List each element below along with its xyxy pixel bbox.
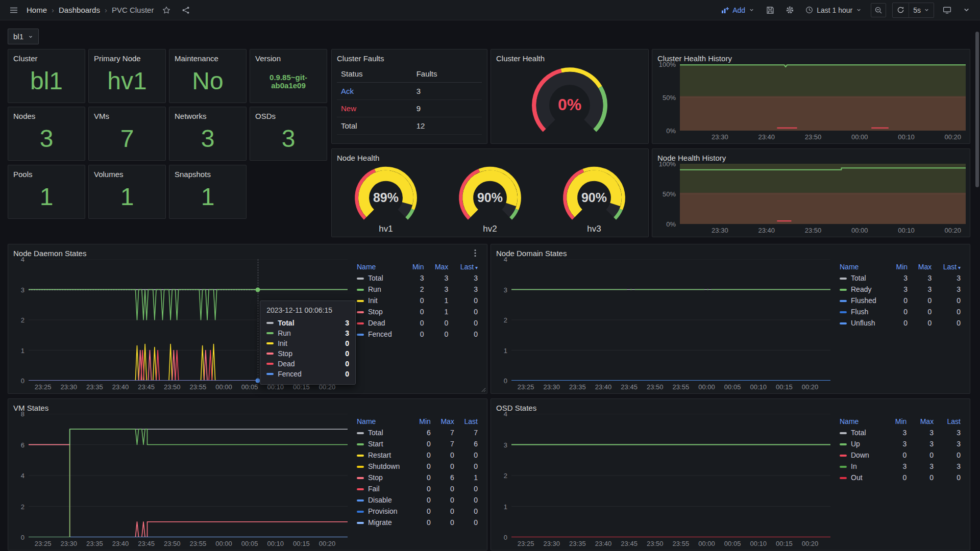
legend-series-flushed[interactable]: Flushed (837, 295, 889, 306)
legend-series-total[interactable]: Total (837, 427, 886, 438)
collapse-caret-icon[interactable] (960, 3, 973, 17)
series-swatch-icon (840, 311, 847, 313)
panel-title[interactable]: Nodes (13, 112, 35, 120)
panel-title[interactable]: Cluster Health (496, 54, 545, 63)
legend-series-migrate[interactable]: Migrate (354, 517, 412, 528)
menu-icon[interactable] (7, 3, 20, 17)
legend-header-min[interactable]: Min (405, 261, 427, 272)
panel-title[interactable]: Version (255, 54, 281, 63)
legend-series-out[interactable]: Out (837, 472, 886, 483)
legend-series-stop[interactable]: Stop (354, 306, 405, 317)
legend-series-ready[interactable]: Ready (837, 284, 889, 295)
settings-gear-icon[interactable] (783, 3, 796, 17)
osd-states-chart[interactable] (511, 414, 830, 537)
x-tick-label: 23:30 (60, 383, 77, 391)
save-dashboard-icon[interactable] (764, 3, 777, 17)
panel-title[interactable]: Maintenance (175, 54, 218, 63)
faults-header-faults[interactable]: Faults (412, 65, 482, 83)
legend-series-start[interactable]: Start (354, 438, 412, 449)
star-icon[interactable] (160, 3, 173, 17)
node-health-history-chart[interactable] (680, 164, 966, 224)
legend-header-min[interactable]: Min (886, 416, 910, 427)
legend-series-in[interactable]: In (837, 461, 886, 472)
legend-series-run[interactable]: Run (354, 284, 405, 295)
panel-title[interactable]: OSDs (255, 112, 276, 120)
zoom-out-icon[interactable] (871, 3, 886, 17)
legend-series-total[interactable]: Total (354, 272, 405, 284)
panel-resize-handle[interactable] (480, 387, 486, 392)
panel-title[interactable]: Cluster Faults (337, 54, 384, 63)
legend-header-name[interactable]: Name (354, 416, 412, 427)
panel-title[interactable]: Node Health (337, 154, 379, 162)
legend-header-last[interactable]: Last (457, 416, 481, 427)
legend-series-fenced[interactable]: Fenced (354, 329, 405, 340)
legend-header-min[interactable]: Min (889, 261, 911, 272)
legend-series-restart[interactable]: Restart (354, 449, 412, 461)
legend-series-disable[interactable]: Disable (354, 494, 412, 506)
y-tick-label: 0 (504, 534, 507, 541)
panel-title[interactable]: Networks (175, 112, 207, 120)
series-swatch-icon (357, 499, 364, 502)
vm-states-chart[interactable] (29, 414, 348, 537)
fault-status-cell[interactable]: Total (337, 117, 412, 135)
tv-kiosk-icon[interactable] (940, 3, 953, 17)
legend-series-stop[interactable]: Stop (354, 472, 412, 483)
time-range-picker[interactable]: Last 1 hour (802, 3, 865, 18)
legend-header-name[interactable]: Name (837, 416, 886, 427)
x-tick-label: 00:00 (215, 540, 232, 547)
legend-series-dead[interactable]: Dead (354, 317, 405, 329)
variable-dropdown-cluster[interactable]: bl1 (8, 29, 39, 44)
legend-header-max[interactable]: Max (434, 416, 457, 427)
legend-series-total[interactable]: Total (354, 427, 412, 438)
y-tick-label: 100% (659, 61, 676, 68)
panel-title[interactable]: Snapshots (175, 170, 211, 179)
cluster-health-history-chart[interactable] (680, 64, 966, 131)
panel-title[interactable]: Volumes (94, 170, 124, 179)
add-panel-button[interactable]: Add (718, 3, 757, 18)
legend-max-value: 0 (910, 449, 937, 461)
breadcrumb: Home › Dashboards › PVC Cluster (27, 6, 154, 14)
legend-last-value: 0 (935, 317, 964, 329)
node-daemon-states-chart[interactable]: 2023-12-11 00:06:15 Total3Run3Init0Stop0… (29, 259, 348, 381)
legend-header-last[interactable]: Last (937, 416, 964, 427)
legend-max-value: 0 (434, 449, 457, 461)
y-axis: 43210 (495, 259, 511, 381)
legend-header-max[interactable]: Max (910, 416, 937, 427)
legend-header-max[interactable]: Max (911, 261, 935, 272)
legend-header-max[interactable]: Max (427, 261, 451, 272)
refresh-interval-dropdown[interactable]: 5s (909, 3, 934, 17)
legend-series-unflush[interactable]: Unflush (837, 317, 889, 329)
node-domain-states-chart[interactable] (511, 259, 830, 381)
panel-title[interactable]: Cluster (13, 54, 38, 63)
panel-title[interactable]: VM States (13, 404, 48, 412)
legend-header-min[interactable]: Min (412, 416, 433, 427)
legend-header-name[interactable]: Name (837, 261, 889, 272)
legend-series-flush[interactable]: Flush (837, 306, 889, 317)
legend-last-value: 3 (937, 427, 964, 438)
legend-header-name[interactable]: Name (354, 261, 405, 272)
panel-title[interactable]: Pools (13, 170, 33, 179)
legend-table: NameMinMaxLastTotal333Up333Down000In333O… (830, 414, 966, 547)
panel-title[interactable]: OSD States (496, 404, 536, 412)
legend-series-up[interactable]: Up (837, 438, 886, 449)
breadcrumb-home[interactable]: Home (27, 6, 47, 14)
legend-series-down[interactable]: Down (837, 449, 886, 461)
fault-status-cell[interactable]: Ack (337, 83, 412, 100)
panel-title[interactable]: Primary Node (94, 54, 141, 63)
legend-header-last[interactable]: Last ▾ (935, 261, 964, 272)
legend-series-fail[interactable]: Fail (354, 483, 412, 494)
breadcrumb-dashboards[interactable]: Dashboards (59, 6, 100, 14)
panel-title[interactable]: VMs (94, 112, 109, 120)
legend-series-provision[interactable]: Provision (354, 506, 412, 517)
scrollbar-thumb[interactable] (975, 32, 979, 187)
legend-series-shutdown[interactable]: Shutdown (354, 461, 412, 472)
tooltip-row: Run3 (266, 328, 349, 338)
legend-series-total[interactable]: Total (837, 272, 889, 284)
share-icon[interactable] (179, 3, 192, 17)
panel-menu-kebab-icon[interactable] (469, 246, 482, 260)
refresh-icon[interactable] (893, 3, 909, 17)
legend-header-last[interactable]: Last ▾ (451, 261, 481, 272)
faults-header-status[interactable]: Status (337, 65, 412, 83)
fault-status-cell[interactable]: New (337, 100, 412, 117)
legend-series-init[interactable]: Init (354, 295, 405, 306)
